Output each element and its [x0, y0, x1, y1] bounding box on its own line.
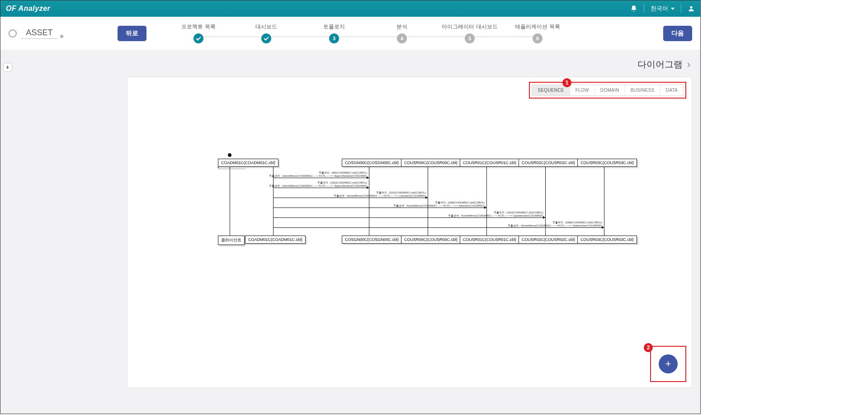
chevron-down-icon	[671, 8, 675, 10]
step-project-list[interactable]: 프로젝트 목록	[165, 23, 232, 43]
chevron-right-icon	[7, 66, 9, 69]
check-icon	[196, 35, 201, 40]
asset-dot-icon	[60, 35, 63, 38]
participant-2-top: COUSR00C(COUSR00C.cbl)	[401, 159, 461, 167]
tab-data[interactable]: DATA	[660, 85, 683, 95]
diagram-tabs: SEQUENCE FLOW DOMAIN BUSINESS DATA	[532, 85, 684, 96]
participant-3-top: COUSR01C(COUSR01C.cbl)	[460, 159, 519, 167]
lifeline	[230, 167, 230, 236]
next-button[interactable]: 다음	[663, 26, 692, 41]
chevron-right-icon[interactable]: ›	[687, 59, 690, 71]
step-analysis[interactable]: 분석 4	[368, 23, 436, 43]
participant-2-bottom: COUSR00C(COUSR00C.cbl)	[401, 236, 461, 244]
participant-4-top: COUSR02C(COUSR02C.cbl)	[519, 159, 578, 167]
participant-0-bottom: COADM01C(COADM01C.cbl)	[245, 236, 306, 244]
message-label: 호출위치 : [101]COADM01C.cbl(COBOL)호출관계 : Ad…	[269, 181, 367, 188]
sidebar-expand-button[interactable]	[3, 63, 12, 72]
message-label: 호출위치 : [151]COADM01C.cbl(COBOL)호출관계 : Ad…	[334, 191, 426, 198]
tab-flow[interactable]: FLOW	[570, 85, 595, 95]
participant-5-top: COUSR03C(COUSR03C.cbl)	[577, 159, 637, 167]
content-wrap: 다이어그램 › 1 SEQUENCE FLOW DOMAIN BUSINESS …	[127, 55, 692, 409]
lifeline	[486, 167, 487, 236]
body-area: 다이어그램 › 1 SEQUENCE FLOW DOMAIN BUSINESS …	[0, 50, 700, 414]
lifeline	[604, 167, 604, 236]
participant-4-bottom: COUSR02C(COUSR02C.cbl)	[519, 236, 578, 244]
message-label: 호출위치 : [161]COADM01C.cbl(COBOL)호출관계 : Ad…	[448, 211, 543, 217]
participant-5-bottom: COUSR03C(COUSR03C.cbl)	[577, 236, 637, 244]
check-icon	[264, 35, 269, 40]
breadcrumb: 다이어그램 ›	[127, 55, 692, 77]
participant-1-bottom: COSGN00C(COSGN00C.cbl)	[342, 236, 402, 244]
participant-3-bottom: COUSR01C(COUSR01C.cbl)	[460, 236, 519, 244]
diagram-tabs-highlight: SEQUENCE FLOW DOMAIN BUSINESS DATA	[529, 82, 686, 99]
back-button[interactable]: 뒤로	[118, 26, 146, 41]
callout-1: 1	[562, 78, 571, 87]
add-button[interactable]: +	[659, 354, 678, 373]
participant-1-top: COSGN00C(COSGN00C.cbl)	[342, 159, 402, 167]
participant-client-bottom: 클라이언트	[218, 236, 245, 245]
actor-icon	[228, 153, 231, 157]
language-label: 한국어	[651, 5, 668, 13]
divider	[644, 5, 644, 13]
svg-point-0	[690, 6, 692, 9]
sequence-diagram: 클라이언트 COADM01C(COADM01C.cbl) COSGN00C(CO…	[218, 159, 643, 258]
diagram-canvas: 1 SEQUENCE FLOW DOMAIN BUSINESS DATA 클라이…	[127, 77, 692, 388]
step-topology[interactable]: 토폴로지 3	[300, 23, 368, 43]
participant-0-top: COADM01C(COADM01C.cbl)	[218, 159, 278, 167]
divider	[681, 5, 681, 13]
brand-title: OF Analyzer	[6, 5, 50, 13]
message-label: 호출위치 : [166]COADM01C.cbl(COBOL)호출관계 : Ad…	[508, 221, 602, 227]
callout-2: 2	[644, 343, 653, 352]
message-label: 호출위치 : [156]COADM01C.cbl(COBOL)호출관계 : Ad…	[393, 201, 485, 208]
fab-highlight: +	[650, 346, 686, 382]
top-bar: OF Analyzer 한국어	[0, 0, 700, 17]
language-selector[interactable]: 한국어	[651, 5, 675, 13]
message-label: 호출위치 : [94]COADM01C.cbl(COBOL)호출관계 : Adm…	[269, 171, 367, 178]
stepper-bar: ASSET 뒤로 프로젝트 목록 대시보드 토폴로지 3 분석 4 마이그레이터…	[0, 17, 700, 50]
step-migrator-dashboard[interactable]: 마이그레이터 대시보드 5	[436, 23, 504, 43]
asset-label: ASSET	[21, 28, 57, 39]
tab-domain[interactable]: DOMAIN	[595, 85, 625, 95]
asset-indicator: ASSET	[9, 28, 63, 39]
page-title: 다이어그램	[637, 58, 683, 71]
plus-icon: +	[665, 358, 671, 370]
wizard-steps: 프로젝트 목록 대시보드 토폴로지 3 분석 4 마이그레이터 대시보드 5 애…	[165, 23, 571, 43]
bell-icon[interactable]	[630, 5, 637, 12]
step-dashboard[interactable]: 대시보드	[232, 23, 300, 43]
user-icon[interactable]	[688, 5, 695, 12]
step-application-list[interactable]: 애플리케이션 목록 6	[504, 23, 571, 43]
radio-hollow-icon	[9, 29, 17, 38]
lifeline	[369, 167, 369, 236]
tab-business[interactable]: BUSINESS	[625, 85, 660, 95]
